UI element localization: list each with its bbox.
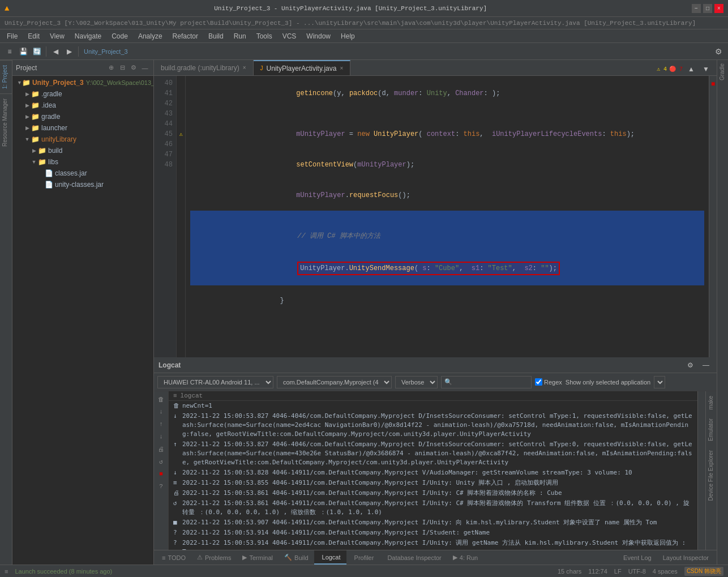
menu-view[interactable]: View (45, 31, 69, 41)
log-icon-3: ↓ (173, 468, 180, 477)
tree-item-gradle-hidden[interactable]: ▶ 📁 .gradle (12, 88, 153, 100)
tree-item-launcher[interactable]: ▶ 📁 launcher (12, 122, 153, 134)
tab-database-inspector[interactable]: Database Inspector (379, 550, 447, 565)
panel-collapse-icon[interactable]: ⊟ (117, 63, 127, 73)
logcat-scroll-up-icon[interactable]: ↓ (156, 407, 166, 417)
tree-item-classes-jar[interactable]: ▶ 📄 classes.jar (12, 168, 153, 179)
tab-problems[interactable]: ⚠ Problems (191, 550, 237, 565)
logcat-filter-icon[interactable]: ↓ (156, 431, 166, 442)
status-bar-left: ≡ Launch succeeded (8 minutes ago) (5, 568, 112, 575)
menu-refactor[interactable]: Refactor (168, 31, 203, 41)
app-icon: ▲ (5, 4, 9, 13)
tree-arrow-root: ▼ (17, 80, 22, 86)
menu-code[interactable]: Code (107, 31, 132, 41)
toolbar-sync-btn[interactable]: 🔄 (31, 45, 43, 58)
menu-help[interactable]: Help (336, 31, 359, 41)
tab-project[interactable]: 1: Project (0, 60, 12, 93)
tab-event-log[interactable]: Event Log (618, 550, 657, 565)
tree-item-root[interactable]: ▼ 📁 Unity_Project_3 Y:\002_WorkSpace\013… (12, 77, 153, 88)
minimize-button[interactable]: − (692, 4, 701, 13)
tree-arrow-idea: ▶ (24, 102, 31, 108)
panel-close-icon[interactable]: — (140, 63, 150, 73)
tab-terminal[interactable]: ▶ Terminal (237, 550, 279, 565)
menu-build[interactable]: Build (204, 31, 228, 41)
breadcrumb-project[interactable]: Unity_Project_3 (84, 48, 128, 55)
logcat-clear-icon[interactable]: 🗑 (156, 394, 166, 404)
log-text-2: 2022-11-22 15:00:53.827 4046-4046/com.De… (182, 440, 693, 467)
scroll-up-btn[interactable]: ▲ (685, 63, 697, 75)
file-icon-classes-jar: 📄 (44, 169, 53, 178)
tree-item-build[interactable]: ▶ 📁 build (12, 145, 153, 156)
menu-file[interactable]: File (2, 31, 22, 41)
tab-profiler[interactable]: Profiler (346, 550, 380, 565)
maximize-button[interactable]: □ (703, 4, 712, 13)
tree-item-idea[interactable]: ▶ 📁 .idea (12, 100, 153, 111)
toolbar-menu-btn[interactable]: ≡ (3, 45, 16, 58)
toolbar-save-btn[interactable]: 💾 (17, 45, 29, 58)
menu-analyze[interactable]: Analyze (134, 31, 167, 41)
menu-run[interactable]: Run (229, 31, 251, 41)
regex-checkbox-label[interactable]: Regex (535, 378, 562, 386)
folder-icon-launcher: 📁 (31, 123, 40, 133)
level-dropdown[interactable]: Verbose (395, 376, 438, 388)
line-num-43: 43 (157, 109, 173, 119)
tree-item-gradle[interactable]: ▶ 📁 gradle (12, 111, 153, 122)
tree-item-unitylibrary[interactable]: ▼ 📁 unityLibrary (12, 134, 153, 145)
breadcrumb: Unity_Project_3 (82, 48, 398, 55)
code-content[interactable]: getincone(y, packdoc(d, munder: Unity, C… (186, 76, 709, 357)
folder-icon-unitylibrary: 📁 (31, 135, 40, 144)
tab-unity-player-activity-close[interactable]: × (340, 65, 343, 71)
tab-layout-inspector[interactable]: Layout Inspector (657, 550, 714, 565)
selected-app-dropdown[interactable]: ▼ (654, 376, 665, 388)
logcat-question-icon-1[interactable]: ? (156, 481, 166, 491)
code-line-43: setContentView(mUnityPlayer); (190, 149, 704, 180)
editor-tabs: build.gradle (:unityLibrary) × J UnityPl… (154, 60, 717, 76)
search-icon: 🔍 (444, 378, 452, 386)
menu-navigate[interactable]: Navigate (70, 31, 106, 41)
device-file-explorer-tab[interactable]: Device File Explorer (706, 446, 717, 505)
gradle-tab[interactable]: Gradle (717, 60, 728, 84)
logcat-scroll-down-icon[interactable]: ↑ (156, 419, 166, 429)
logcat-minimize-btn[interactable]: — (700, 359, 712, 371)
tab-unity-player-activity[interactable]: J UnityPlayerActivity.java × (254, 60, 351, 75)
panel-add-icon[interactable]: ⊕ (106, 63, 116, 73)
toolbar-forward-btn[interactable]: ▶ (63, 45, 75, 58)
scroll-down-btn[interactable]: ▼ (700, 63, 712, 75)
cursor-position: 112:74 (588, 568, 607, 575)
make-tab[interactable]: make (706, 391, 717, 414)
logcat-refresh-icon[interactable]: ↺ (156, 456, 166, 467)
build-icon: 🔨 (284, 554, 292, 561)
menu-tools[interactable]: Tools (252, 31, 277, 41)
gutter-warn-icon: ⚠ (179, 131, 182, 138)
tree-item-libs[interactable]: ▼ 📁 libs (12, 156, 153, 168)
tab-build[interactable]: 🔨 Build (279, 550, 314, 565)
logcat-search-input[interactable] (441, 376, 532, 388)
regex-checkbox[interactable] (535, 378, 542, 386)
app-dropdown[interactable]: com.DefaultCompany.Myproject (4 (277, 376, 392, 388)
tab-resource-manager[interactable]: Resource Manager (0, 93, 12, 151)
toolbar-settings-btn[interactable]: ⚙ (712, 45, 725, 58)
menu-window[interactable]: Window (302, 31, 335, 41)
device-dropdown[interactable]: HUAWEI CTR-AL00 Android 11, ... (157, 376, 273, 388)
logcat-settings-btn[interactable]: ⚙ (684, 359, 696, 371)
tree-arrow-unitylibrary: ▼ (24, 136, 31, 142)
tab-run[interactable]: ▶ 4: Run (447, 550, 483, 565)
panel-settings-icon[interactable]: ⚙ (129, 63, 139, 73)
tab-logcat-label: Logcat (322, 554, 341, 561)
menu-vcs[interactable]: VCS (278, 31, 301, 41)
close-button[interactable]: × (714, 4, 723, 13)
tab-build-gradle-close[interactable]: × (243, 65, 246, 71)
emulator-tab[interactable]: Emulator (706, 414, 717, 446)
logcat-print-icon[interactable]: 🖨 (156, 444, 166, 454)
show-selected-label[interactable]: Show only selected application (566, 379, 650, 386)
tree-item-unity-classes-jar[interactable]: ▶ 📄 unity-classes.jar (12, 179, 153, 190)
log-row-2: ↑ 2022-11-22 15:00:53.827 4046-4046/com.… (169, 439, 697, 468)
tab-todo[interactable]: ≡ TODO (156, 550, 191, 565)
menu-edit[interactable]: Edit (23, 31, 44, 41)
logcat-scrollbar[interactable] (697, 391, 705, 550)
tab-build-gradle[interactable]: build.gradle (:unityLibrary) × (154, 60, 254, 75)
tab-logcat[interactable]: Logcat (314, 550, 346, 565)
toolbar-back-btn[interactable]: ◀ (49, 45, 62, 58)
editor-scroll-bar[interactable]: ■ (709, 76, 717, 357)
logcat-stop-icon[interactable]: ■ (156, 469, 166, 479)
